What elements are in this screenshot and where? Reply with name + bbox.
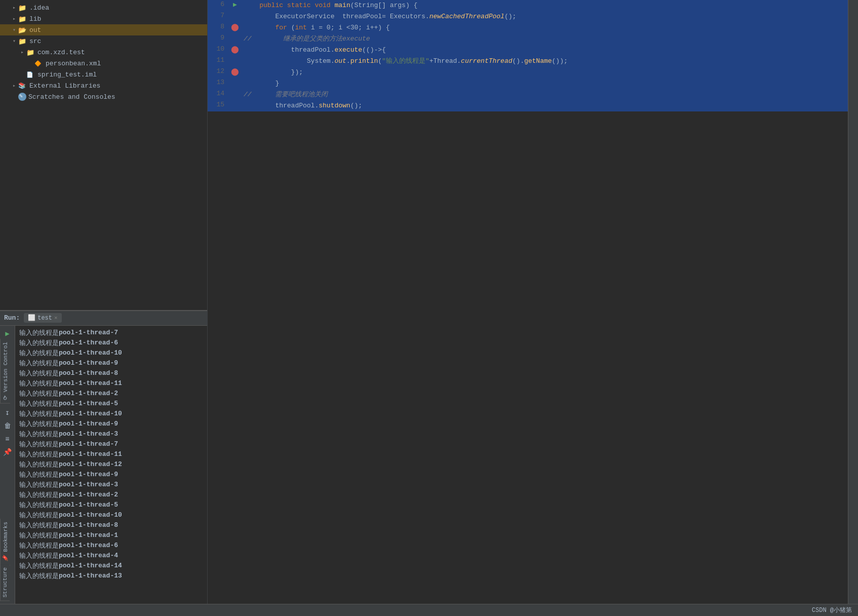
code-cell: // 需要吧线程池关闭 — [240, 89, 848, 100]
tree-label-idea: .idea — [29, 4, 49, 12]
tree-item-src[interactable]: src — [0, 35, 207, 47]
code-cell: public static void main(String[] args) { — [240, 0, 848, 11]
output-prefix: 输入的线程是 — [19, 328, 59, 337]
tree-item-out[interactable]: out — [0, 24, 207, 35]
output-thread: pool-1-thread-5 — [59, 400, 118, 407]
output-prefix: 输入的线程是 — [19, 430, 59, 439]
run-output-line: 输入的线程是pool-1-thread-9 — [15, 470, 207, 480]
tree-label-lib: lib — [29, 15, 41, 23]
output-thread: pool-1-thread-9 — [59, 420, 118, 428]
version-control-label[interactable]: ⟳ Version Control — [0, 339, 10, 404]
tree-item-springtest[interactable]: spring_test.iml — [0, 69, 207, 80]
scratches-icon — [18, 93, 26, 101]
output-thread: pool-1-thread-10 — [59, 511, 122, 519]
run-button[interactable]: ▶ — [2, 328, 14, 340]
status-text: CSDN @小猪第 — [812, 606, 852, 614]
run-output-line: 输入的线程是pool-1-thread-13 — [15, 571, 207, 581]
run-output-line: 输入的线程是pool-1-thread-2 — [15, 490, 207, 500]
trash-button[interactable]: 🗑 — [2, 420, 14, 432]
code-row: 15 threadPool.shutdown(); — [208, 100, 848, 111]
code-editor[interactable]: 6▶ public static void main(String[] args… — [208, 0, 848, 616]
output-thread: pool-1-thread-1 — [59, 531, 118, 539]
code-cell: // 继承的是父类的方法execute — [240, 33, 848, 45]
output-prefix: 输入的线程是 — [19, 349, 59, 358]
gutter-cell — [230, 89, 240, 100]
tree-item-scratches[interactable]: Scratches and Consoles — [0, 91, 207, 102]
output-thread: pool-1-thread-10 — [59, 349, 122, 357]
code-row: 10⬤ threadPool.execute(()->{ — [208, 45, 848, 56]
bookmarks-label[interactable]: 🔖 Bookmarks — [0, 519, 10, 565]
line-number: 14 — [208, 89, 230, 100]
arrow-com — [18, 49, 26, 55]
structure-label[interactable]: Structure — [0, 564, 10, 601]
output-thread: pool-1-thread-8 — [59, 369, 118, 377]
file-iml-icon — [26, 71, 35, 78]
main-wrapper: .idea lib out src com.xzd.test — [0, 0, 858, 616]
code-row: 9// 继承的是父类的方法execute — [208, 33, 848, 45]
code-row: 11 System.out.println("输入的线程是"+Thread.cu… — [208, 56, 848, 67]
tree-item-lib[interactable]: lib — [0, 13, 207, 24]
breakpoint-icon: ⬤ — [231, 46, 239, 54]
tree-item-com[interactable]: com.xzd.test — [0, 47, 207, 58]
output-thread: pool-1-thread-6 — [59, 542, 118, 549]
tree-item-personbean[interactable]: personbean.xml — [0, 58, 207, 69]
layers-button[interactable]: ≡ — [2, 433, 14, 445]
arrow-out — [10, 27, 18, 33]
line-number: 11 — [208, 56, 230, 67]
output-prefix: 输入的线程是 — [19, 470, 59, 479]
output-prefix: 输入的线程是 — [19, 521, 59, 530]
right-side-panel — [848, 0, 858, 616]
line-number: 7 — [208, 11, 230, 22]
gutter-cell — [230, 100, 240, 111]
run-panel-bottom: Run: ⬜ test × ▶ ↓ ■ ↺ ⊡ ⚙ ↧ 🗑 — [0, 310, 207, 617]
output-thread: pool-1-thread-6 — [59, 339, 118, 346]
run-output-line: 输入的线程是pool-1-thread-7 — [15, 439, 207, 449]
bookmark-icon: 🔖 — [3, 552, 9, 562]
folder-idea-icon — [18, 4, 27, 11]
file-xml-icon — [34, 60, 44, 67]
tab-icon: ⬜ — [28, 314, 35, 322]
tab-name: test — [37, 315, 52, 322]
output-thread: pool-1-thread-14 — [59, 562, 122, 569]
line-number: 10 — [208, 45, 230, 56]
run-tab[interactable]: ⬜ test × — [24, 313, 61, 323]
run-output-line: 输入的线程是pool-1-thread-2 — [15, 389, 207, 399]
arrow-src — [10, 38, 18, 44]
pin-button[interactable]: 📌 — [2, 446, 14, 458]
tree-label-personbean: personbean.xml — [46, 60, 101, 67]
output-thread: pool-1-thread-7 — [59, 329, 118, 336]
output-prefix: 输入的线程是 — [19, 561, 59, 570]
run-label: Run: — [4, 314, 20, 322]
code-cell: threadPool.shutdown(); — [240, 100, 848, 111]
folder-lib-icon — [18, 15, 27, 22]
tree-label-src: src — [29, 37, 41, 45]
arrow-extlibs — [10, 83, 18, 89]
tab-close-button[interactable]: × — [54, 315, 58, 321]
editor-area: 6▶ public static void main(String[] args… — [208, 0, 848, 616]
tree-item-extlibs[interactable]: External Libraries — [0, 80, 207, 91]
code-table: 6▶ public static void main(String[] args… — [208, 0, 848, 111]
run-output: 输入的线程是pool-1-thread-7输入的线程是pool-1-thread… — [15, 326, 207, 617]
gutter-cell — [230, 11, 240, 22]
run-output-line: 输入的线程是pool-1-thread-10 — [15, 348, 207, 358]
output-thread: pool-1-thread-7 — [59, 440, 118, 448]
breakpoint-icon: ⬤ — [231, 68, 239, 76]
line-number: 8 — [208, 22, 230, 33]
output-thread: pool-1-thread-3 — [59, 481, 118, 488]
import-button[interactable]: ↧ — [2, 407, 14, 419]
tree-item-idea[interactable]: .idea — [0, 2, 207, 13]
vc-icon: ⟳ — [3, 392, 9, 400]
output-prefix: 输入的线程是 — [19, 409, 59, 418]
output-thread: pool-1-thread-13 — [59, 572, 122, 580]
gutter-cell: ▶ — [230, 0, 240, 11]
run-output-line: 输入的线程是pool-1-thread-10 — [15, 510, 207, 520]
line-number: 6 — [208, 0, 230, 11]
run-output-line: 输入的线程是pool-1-thread-8 — [15, 368, 207, 378]
output-prefix: 输入的线程是 — [19, 490, 59, 499]
code-cell: ExecutorService threadPool= Executors.ne… — [240, 11, 848, 22]
tree-label-out: out — [29, 26, 41, 34]
gutter-cell — [230, 33, 240, 45]
output-thread: pool-1-thread-2 — [59, 491, 118, 498]
run-output-line: 输入的线程是pool-1-thread-6 — [15, 338, 207, 348]
output-prefix: 输入的线程是 — [19, 379, 59, 388]
